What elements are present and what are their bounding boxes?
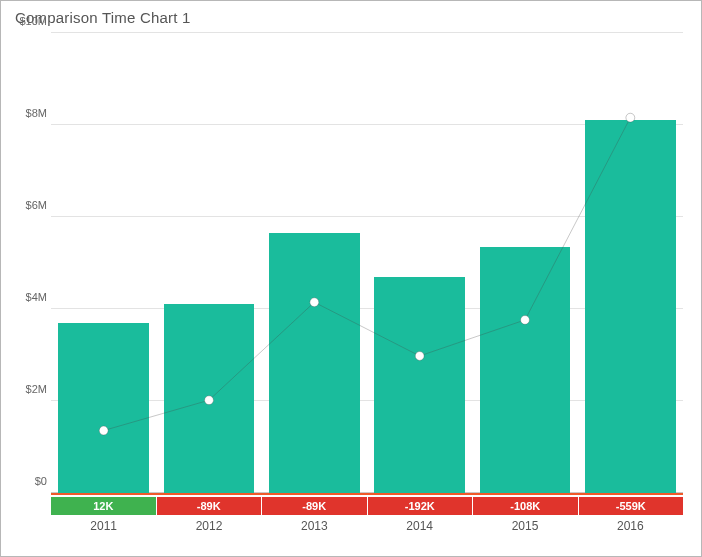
bar[interactable]: [480, 247, 571, 493]
bar[interactable]: [164, 304, 255, 493]
chart-title: Comparison Time Chart 1: [15, 9, 691, 26]
chart-card: Comparison Time Chart 1 $0 $2M $4M $6M $…: [0, 0, 702, 557]
category-label: 2011: [51, 517, 156, 533]
status-row: 12K -89K -89K -192K -108K -559K: [51, 497, 683, 515]
y-tick: $4M: [7, 291, 47, 303]
category-label: 2013: [262, 517, 367, 533]
status-cell[interactable]: -108K: [473, 497, 579, 515]
status-cell[interactable]: 12K: [51, 497, 157, 515]
category-label: 2014: [367, 517, 472, 533]
y-tick: $2M: [7, 383, 47, 395]
baseline: [51, 493, 683, 495]
bar[interactable]: [269, 233, 360, 493]
category-label: 2012: [156, 517, 261, 533]
status-cell[interactable]: -559K: [579, 497, 684, 515]
y-tick: $0: [7, 475, 47, 487]
bar[interactable]: [585, 120, 676, 493]
plot-area: $0 $2M $4M $6M $8M $10M: [51, 33, 683, 493]
y-tick: $6M: [7, 199, 47, 211]
status-cell[interactable]: -192K: [368, 497, 474, 515]
category-axis: 2011 2012 2013 2014 2015 2016: [51, 517, 683, 533]
y-tick: $10M: [7, 15, 47, 27]
bar[interactable]: [58, 323, 149, 493]
category-label: 2015: [472, 517, 577, 533]
y-tick: $8M: [7, 107, 47, 119]
status-cell[interactable]: -89K: [157, 497, 263, 515]
bar[interactable]: [374, 277, 465, 493]
status-cell[interactable]: -89K: [262, 497, 368, 515]
category-label: 2016: [578, 517, 683, 533]
bars-layer: [51, 33, 683, 493]
